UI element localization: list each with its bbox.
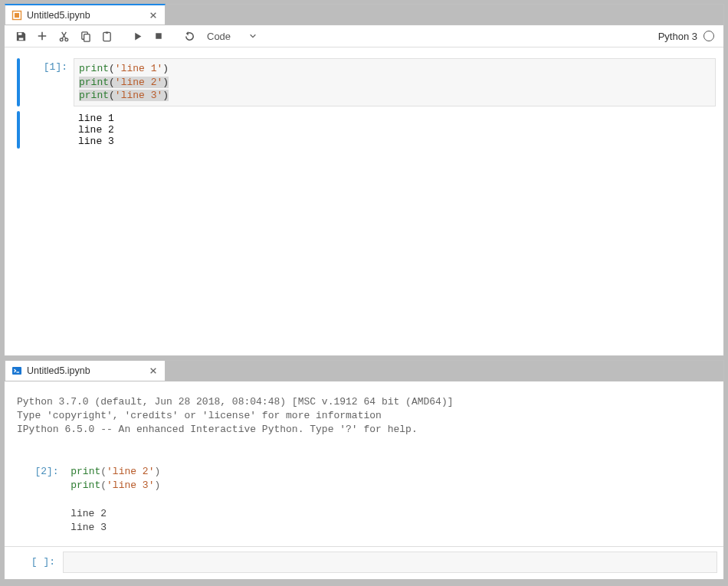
notebook-tab[interactable]: Untitled5.ipynb bbox=[5, 4, 166, 25]
output-row: line 1 line 2 line 3 bbox=[17, 111, 716, 149]
notebook-toolbar: Code Python 3 bbox=[5, 25, 723, 47]
notebook-tabbar: Untitled5.ipynb bbox=[5, 5, 723, 25]
console-exec-output: line 2 line 3 bbox=[17, 508, 107, 533]
svg-rect-9 bbox=[105, 31, 108, 33]
run-button[interactable] bbox=[127, 27, 147, 45]
insert-cell-button[interactable] bbox=[32, 27, 52, 45]
output-collapser[interactable] bbox=[17, 111, 20, 149]
console-file-icon bbox=[11, 365, 22, 376]
stop-button[interactable] bbox=[149, 27, 169, 45]
svg-rect-1 bbox=[15, 13, 19, 18]
chevron-down-icon bbox=[249, 32, 257, 40]
cell-type-label: Code bbox=[207, 31, 231, 42]
restart-kernel-button[interactable] bbox=[179, 27, 199, 45]
close-icon[interactable] bbox=[148, 365, 159, 376]
save-button[interactable] bbox=[11, 27, 31, 45]
console-input-prompt: [ ]: bbox=[17, 552, 63, 573]
console-in-prompt: [2]: bbox=[34, 466, 58, 477]
svg-point-5 bbox=[64, 38, 67, 41]
code-editor[interactable]: print('line 1') print('line 2') print('l… bbox=[74, 58, 716, 106]
svg-rect-10 bbox=[156, 33, 162, 39]
cut-button[interactable] bbox=[54, 27, 74, 45]
svg-rect-8 bbox=[103, 32, 110, 41]
notebook-pane: Untitled5.ipynb bbox=[4, 4, 724, 356]
copy-button[interactable] bbox=[75, 27, 95, 45]
close-icon[interactable] bbox=[148, 10, 159, 21]
console-tab-title: Untitled5.ipynb bbox=[27, 365, 148, 376]
cell-output: line 1 line 2 line 3 bbox=[74, 111, 716, 149]
svg-rect-7 bbox=[84, 34, 90, 41]
console-pane: Untitled5.ipynb Python 3.7.0 (default, J… bbox=[4, 360, 724, 580]
code-cell[interactable]: [1]: print('line 1') print('line 2') pri… bbox=[17, 58, 716, 106]
kernel-name[interactable]: Python 3 bbox=[658, 31, 702, 42]
console-banner: Python 3.7.0 (default, Jun 28 2018, 08:0… bbox=[17, 396, 454, 435]
console-tab[interactable]: Untitled5.ipynb bbox=[5, 360, 166, 381]
console-tabbar: Untitled5.ipynb bbox=[5, 361, 723, 381]
kernel-status-indicator bbox=[703, 31, 714, 41]
svg-rect-11 bbox=[12, 367, 21, 375]
notebook-tab-title: Untitled5.ipynb bbox=[27, 10, 148, 21]
console-input[interactable] bbox=[63, 552, 717, 573]
input-prompt: [1]: bbox=[25, 58, 74, 106]
cell-type-dropdown[interactable]: Code bbox=[201, 27, 263, 45]
input-collapser[interactable] bbox=[17, 58, 20, 106]
notebook-file-icon bbox=[11, 10, 22, 21]
console-output[interactable]: Python 3.7.0 (default, Jun 28 2018, 08:0… bbox=[5, 381, 723, 547]
notebook-body[interactable]: [1]: print('line 1') print('line 2') pri… bbox=[5, 47, 723, 355]
paste-button[interactable] bbox=[97, 27, 116, 45]
console-input-row: [ ]: bbox=[5, 547, 723, 579]
svg-point-4 bbox=[60, 38, 63, 41]
output-prompt bbox=[25, 111, 74, 149]
